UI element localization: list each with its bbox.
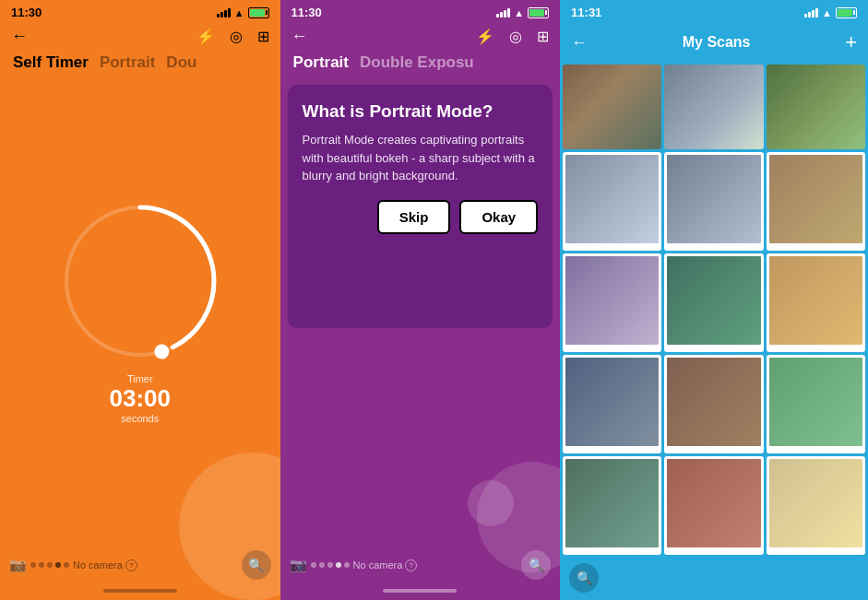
scans-add-button[interactable]: +	[845, 30, 857, 54]
svg-point-2	[152, 343, 171, 361]
scan-photo-2	[667, 155, 760, 243]
scan-top-2[interactable]	[664, 65, 763, 149]
scans-back-button[interactable]: ←	[571, 33, 588, 53]
home-indicator-2	[280, 582, 561, 600]
status-icons-1: ▲	[217, 7, 269, 18]
scans-top-row	[560, 62, 868, 149]
scan-11[interactable]	[664, 456, 763, 555]
scan-top-1[interactable]	[563, 65, 661, 149]
scan-12[interactable]	[767, 456, 865, 555]
dot-2-1	[311, 562, 316, 568]
search-button-3[interactable]: 🔍	[569, 563, 599, 593]
scans-row-4	[563, 456, 865, 555]
scan-photo-1	[565, 155, 659, 243]
scan-1[interactable]	[563, 152, 661, 251]
bulb-icon-2[interactable]: ◎	[509, 28, 522, 45]
no-camera-label-1: No camera	[73, 559, 123, 571]
scan-6-inner	[767, 253, 865, 352]
scan-4-inner	[563, 253, 661, 352]
battery-icon-3	[836, 7, 857, 18]
portrait-card-desc: Portrait Mode creates captivating portra…	[303, 131, 539, 185]
self-timer-panel: 11:30 ▲ ← ⚡ ◎ ⊞ Self Timer Portrait Do	[0, 0, 280, 600]
scan-top-photo-1	[563, 65, 661, 149]
help-icon-2[interactable]: ?	[405, 559, 417, 571]
wifi-icon-2: ▲	[514, 7, 524, 18]
timer-value: 03:00	[110, 384, 172, 413]
battery-icon-2	[528, 7, 549, 18]
scan-top-3[interactable]	[767, 65, 865, 149]
scans-header: ← My Scans +	[560, 23, 868, 62]
signal-icon-2	[496, 8, 510, 18]
status-icons-3: ▲	[804, 7, 857, 18]
timer-label-text: Timer	[110, 373, 172, 384]
portrait-card-title: What is Portrait Mode?	[303, 101, 539, 122]
scan-5-inner	[664, 253, 763, 352]
scans-row-3	[563, 355, 865, 453]
okay-button[interactable]: Okay	[459, 200, 538, 234]
scan-photo-12	[769, 459, 862, 547]
tab-portrait-active[interactable]: Portrait	[293, 53, 349, 72]
scan-12-inner	[767, 456, 865, 555]
scan-8[interactable]	[664, 355, 763, 453]
wifi-icon-3: ▲	[822, 7, 832, 18]
scan-7[interactable]	[563, 355, 661, 453]
scan-photo-4	[565, 256, 659, 345]
camera-small-icon-1: 📷	[9, 557, 27, 573]
dot-2	[39, 562, 44, 568]
scans-row-1	[563, 152, 865, 251]
scan-2[interactable]	[664, 152, 763, 251]
status-time-3: 11:31	[571, 6, 601, 19]
scan-8-inner	[664, 355, 763, 453]
flash-icon-1[interactable]: ⚡	[196, 28, 215, 45]
status-bar-3: 11:31 ▲	[560, 0, 868, 23]
back-button-1[interactable]: ←	[11, 27, 28, 46]
wifi-icon-1: ▲	[234, 7, 244, 18]
tab-portrait-1[interactable]: Portrait	[100, 53, 155, 72]
dot-4	[55, 562, 61, 568]
scan-9-inner	[767, 355, 865, 453]
home-bar-2	[383, 589, 457, 593]
dot-3	[47, 562, 53, 568]
top-nav-2: ← ⚡ ◎ ⊞	[280, 23, 561, 53]
portrait-spacer	[280, 335, 561, 546]
dot-2-3	[327, 562, 333, 568]
camera-mode-icon-1[interactable]: ⊞	[257, 28, 269, 45]
scan-4[interactable]	[563, 253, 661, 352]
scan-3[interactable]	[767, 152, 865, 251]
scan-10[interactable]	[563, 456, 661, 555]
dot-2-2	[319, 562, 325, 568]
dot-5	[64, 562, 69, 568]
flash-icon-2[interactable]: ⚡	[476, 28, 494, 45]
tab-double-1[interactable]: Dou	[166, 53, 196, 72]
skip-button[interactable]: Skip	[377, 200, 451, 234]
tab-double-2[interactable]: Double Exposu	[360, 53, 474, 72]
bulb-icon-1[interactable]: ◎	[230, 28, 243, 45]
scan-photo-6	[769, 256, 862, 345]
scan-9[interactable]	[767, 355, 865, 453]
scan-10-inner	[563, 456, 661, 555]
scans-title: My Scans	[595, 34, 838, 51]
no-camera-label-2: No camera	[353, 559, 403, 571]
status-bar-2: 11:30 ▲	[280, 0, 561, 23]
scan-photo-3	[769, 155, 862, 243]
back-button-2[interactable]: ←	[291, 27, 308, 46]
timer-unit: seconds	[110, 413, 172, 424]
scan-11-inner	[664, 456, 763, 555]
status-bar-1: 11:30 ▲	[0, 0, 280, 23]
my-scans-panel: 11:31 ▲ ← My Scans +	[560, 0, 868, 600]
scan-6[interactable]	[767, 253, 865, 352]
signal-icon-3	[804, 8, 818, 18]
circle-bg-svg	[57, 198, 223, 364]
battery-icon-1	[248, 7, 269, 18]
nav-icons-1: ⚡ ◎ ⊞	[196, 28, 269, 45]
scan-5[interactable]	[664, 253, 763, 352]
timer-display: Timer 03:00 seconds	[110, 373, 172, 424]
mode-tabs-2: Portrait Double Exposu	[280, 53, 561, 72]
help-icon-1[interactable]: ?	[125, 559, 137, 571]
scan-photo-5	[667, 256, 760, 345]
camera-mode-icon-2[interactable]: ⊞	[537, 28, 549, 45]
tab-self-timer[interactable]: Self Timer	[13, 53, 89, 72]
mode-tabs-1: Self Timer Portrait Dou	[0, 53, 280, 72]
status-time-2: 11:30	[291, 6, 322, 19]
dot-row-1	[30, 562, 69, 568]
